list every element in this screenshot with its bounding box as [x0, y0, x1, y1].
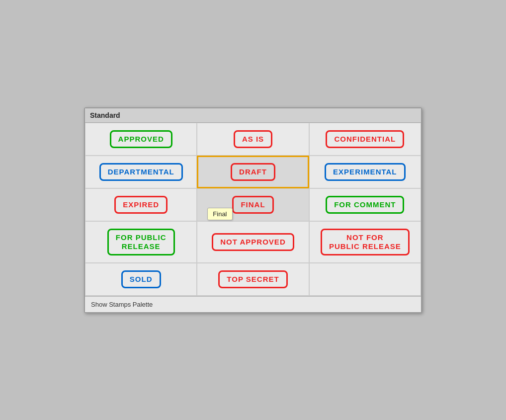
stamps-grid: APPROVEDAS ISCONFIDENTIALDEPARTMENTALDRA… [85, 123, 421, 296]
stamp-cell-empty-5-3 [309, 263, 421, 296]
stamp-label-for-comment: FOR COMMENT [326, 196, 404, 214]
stamp-label-confidential: CONFIDENTIAL [326, 130, 404, 148]
stamp-label-sold: SOLD [121, 270, 161, 288]
stamp-cell-expired[interactable]: EXPIRED [85, 188, 197, 221]
stamp-label-departmental: DEPARTMENTAL [99, 163, 183, 181]
stamp-label-draft: DRAFT [231, 163, 275, 181]
stamp-cell-for-comment[interactable]: FOR COMMENT [309, 188, 421, 221]
stamp-cell-not-for-public-release[interactable]: NOT FOR PUBLIC RELEASE [309, 221, 421, 263]
stamp-cell-departmental[interactable]: DEPARTMENTAL [85, 156, 197, 188]
stamp-label-final: FINAL [232, 196, 273, 214]
panel-title: Standard [85, 108, 421, 123]
stamp-label-top-secret: TOP SECRET [218, 270, 287, 288]
footer-label[interactable]: Show Stamps Palette [85, 296, 421, 312]
stamp-cell-top-secret[interactable]: TOP SECRET [197, 263, 309, 296]
tooltip-final: Final [207, 208, 232, 220]
stamp-cell-as-is[interactable]: AS IS [197, 123, 309, 156]
stamp-cell-final[interactable]: FinalFINAL [197, 188, 309, 221]
stamp-cell-not-approved[interactable]: NOT APPROVED [197, 221, 309, 263]
stamp-label-as-is: AS IS [234, 130, 272, 148]
stamps-panel: Standard APPROVEDAS ISCONFIDENTIALDEPART… [84, 107, 422, 313]
stamp-cell-for-public-release[interactable]: FOR PUBLIC RELEASE [85, 221, 197, 263]
stamp-label-not-approved: NOT APPROVED [212, 233, 294, 251]
stamp-label-expired: EXPIRED [114, 196, 168, 214]
stamp-label-experimental: EXPERIMENTAL [325, 163, 405, 181]
stamp-label-for-public-release: FOR PUBLIC RELEASE [107, 229, 175, 255]
stamp-cell-sold[interactable]: SOLD [85, 263, 197, 296]
stamp-cell-experimental[interactable]: EXPERIMENTAL [309, 156, 421, 188]
stamp-cell-approved[interactable]: APPROVED [85, 123, 197, 156]
stamp-cell-confidential[interactable]: CONFIDENTIAL [309, 123, 421, 156]
stamp-cell-draft[interactable]: DRAFT [197, 156, 309, 188]
stamp-label-approved: APPROVED [110, 130, 172, 148]
stamp-label-not-for-public-release: NOT FOR PUBLIC RELEASE [321, 229, 410, 255]
